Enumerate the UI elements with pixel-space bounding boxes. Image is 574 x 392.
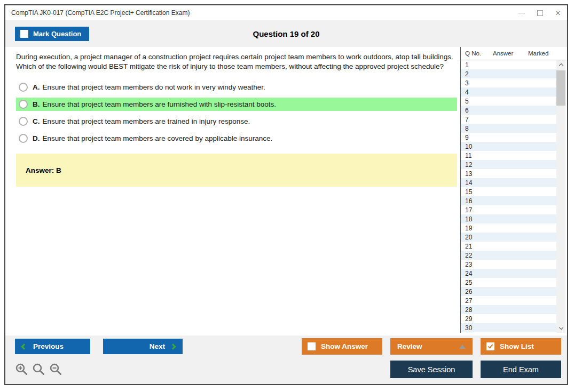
zoom-in-icon[interactable] [15,363,28,376]
show-answer-checkbox[interactable] [308,342,316,350]
previous-button[interactable]: Previous [15,339,90,354]
question-number-cell: 13 [461,170,493,178]
question-number-cell: 26 [461,288,493,295]
question-list-row[interactable]: 19 [461,223,556,233]
close-button[interactable]: × [549,5,567,20]
app-window: CompTIA JK0-017 (CompTIA E2C Project+ Ce… [4,4,568,385]
show-answer-label: Show Answer [321,342,368,350]
answer-label: Answer: B [26,166,61,174]
question-list-row[interactable]: 29 [461,314,556,323]
show-list-checkbox[interactable] [486,342,494,350]
question-list-row[interactable]: 18 [461,214,556,223]
question-number-cell: 17 [461,206,493,214]
maximize-button[interactable] [531,5,549,20]
question-list-row[interactable]: 28 [461,305,556,314]
question-number-cell: 2 [461,70,493,78]
question-list-row[interactable]: 4 [461,87,556,97]
answer-box: Answer: B [16,154,457,187]
chevron-left-icon [21,343,27,349]
question-list-row[interactable]: 16 [461,196,556,205]
question-list-row[interactable]: 30 [461,323,556,332]
question-list-row[interactable]: 15 [461,187,556,196]
window-title: CompTIA JK0-017 (CompTIA E2C Project+ Ce… [5,9,513,17]
show-answer-button[interactable]: Show Answer [302,338,382,355]
radio-button-icon[interactable] [19,100,28,109]
show-list-button[interactable]: Show List [481,338,561,355]
question-panel: During execution, a project manager of a… [5,47,460,335]
question-list-row[interactable]: 10 [461,142,556,151]
question-number-cell: 4 [461,89,493,96]
chevron-right-icon [170,343,176,349]
answer-option[interactable]: A. Ensure that project team members do n… [16,81,457,94]
options-list: A. Ensure that project team members do n… [16,81,457,145]
minimize-button[interactable] [513,5,531,20]
save-session-button[interactable]: Save Session [390,361,473,378]
question-list-row[interactable]: 8 [461,124,556,133]
next-button[interactable]: Next [103,339,183,354]
question-number-cell: 14 [461,179,493,187]
question-list-panel: Q No. Answer Marked 1 2 3 4 5 6 [460,47,565,333]
main-area: During execution, a project manager of a… [5,47,567,335]
end-exam-label: End Exam [503,365,539,374]
question-number-cell: 19 [461,225,493,232]
question-list-row[interactable]: 22 [461,251,556,260]
question-number-cell: 15 [461,188,493,196]
question-list-row[interactable]: 11 [461,151,556,160]
option-letter: B. [33,100,40,108]
question-number-cell: 10 [461,143,493,150]
scroll-up-icon[interactable] [556,60,565,69]
review-button[interactable]: Review [390,338,473,355]
question-list-row[interactable]: 21 [461,242,556,251]
zoom-out-icon[interactable] [49,363,62,376]
next-label: Next [150,342,165,350]
scrollbar-thumb[interactable] [556,70,565,106]
question-list-row[interactable]: 12 [461,160,556,169]
question-list-row[interactable]: 3 [461,78,556,87]
question-number-cell: 18 [461,215,493,223]
radio-button-icon[interactable] [19,134,28,143]
option-text: Ensure that project team members are tra… [43,117,250,125]
answer-option[interactable]: B. Ensure that project team members are … [16,98,457,111]
question-list-row[interactable]: 14 [461,178,556,187]
column-header-answer: Answer [493,50,528,57]
question-list-row[interactable]: 13 [461,169,556,178]
question-list-body: 1 2 3 4 5 6 7 8 9 [461,60,565,333]
mark-question-button[interactable]: Mark Question [15,27,89,41]
question-list-row[interactable]: 25 [461,278,556,287]
question-list-row[interactable]: 23 [461,260,556,269]
question-list-row[interactable]: 20 [461,233,556,242]
scrollbar[interactable] [556,60,565,333]
radio-button-icon[interactable] [19,83,28,92]
question-list-row[interactable]: 5 [461,97,556,106]
question-list-row[interactable]: 2 [461,69,556,78]
question-number-cell: 8 [461,125,493,132]
question-list-row[interactable]: 9 [461,133,556,142]
answer-option[interactable]: D. Ensure that project team members are … [16,132,457,145]
answer-option[interactable]: C. Ensure that project team members are … [16,115,457,128]
check-icon [488,343,493,348]
question-number-cell: 24 [461,270,493,277]
previous-label: Previous [33,342,64,350]
end-exam-button[interactable]: End Exam [481,361,561,378]
question-number-cell: 28 [461,306,493,314]
close-icon: × [555,9,561,18]
question-list-row[interactable]: 17 [461,205,556,214]
column-header-marked: Marked [528,50,565,57]
zoom-reset-icon[interactable] [32,363,45,376]
footer-bar: Previous Next Show Answer Review Show Li… [5,335,567,384]
question-list-row[interactable]: 26 [461,287,556,296]
question-list-row[interactable]: 24 [461,269,556,278]
radio-button-icon[interactable] [19,117,28,126]
mark-question-checkbox[interactable] [20,30,28,38]
zoom-tools [15,363,62,376]
option-letter: D. [33,134,40,142]
question-list-row[interactable]: 27 [461,296,556,305]
question-counter: Question 19 of 20 [5,29,567,38]
question-rows: 1 2 3 4 5 6 7 8 9 [461,60,556,333]
scroll-down-icon[interactable] [556,324,565,333]
question-list-row[interactable]: 7 [461,115,556,124]
question-list-row[interactable]: 6 [461,106,556,115]
title-bar: CompTIA JK0-017 (CompTIA E2C Project+ Ce… [5,5,567,20]
question-list-row[interactable]: 1 [461,60,556,69]
window-controls: × [513,5,567,20]
